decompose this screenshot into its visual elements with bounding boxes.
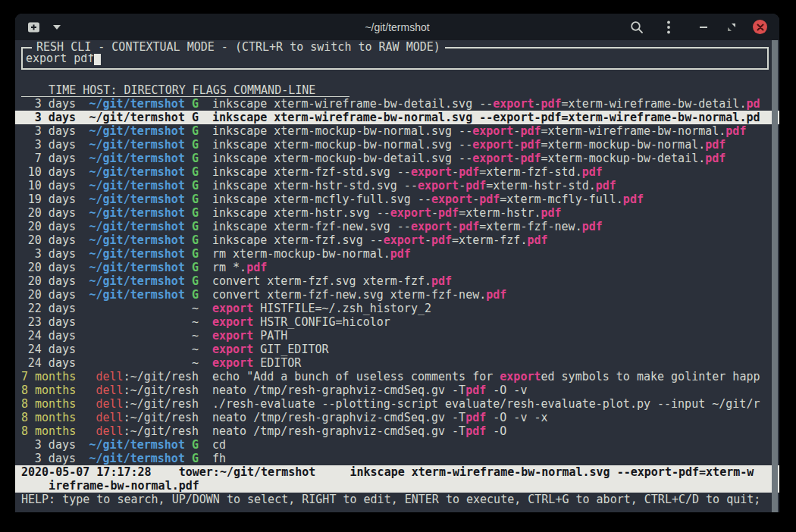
history-row-selected[interactable]: 3 days~/git/termshot Ginkscape xterm-wir… bbox=[15, 111, 779, 124]
titlebar: ~/git/termshot bbox=[15, 14, 779, 40]
row-host-directory: dell:~/git/resh bbox=[83, 397, 199, 411]
row-command: inkscape xterm-hstr.svg --export-pdf=xte… bbox=[212, 206, 770, 220]
history-row[interactable]: 10 days~/git/termshot Ginkscape xterm-fz… bbox=[15, 165, 779, 179]
terminal-content: RESH CLI - CONTEXTUAL MODE - (CTRL+R to … bbox=[15, 40, 779, 512]
row-time: 3 days bbox=[21, 124, 76, 138]
row-time: 8 months bbox=[21, 383, 76, 397]
row-command: inkscape xterm-mockup-bw-detail.svg --ex… bbox=[212, 152, 770, 165]
history-row[interactable]: 3 days~/git/termshot Gfh bbox=[15, 452, 779, 465]
command-match-highlight: pdf bbox=[438, 206, 459, 220]
history-row[interactable]: 10 days~/git/termshot Ginkscape xterm-hs… bbox=[15, 179, 779, 192]
history-row[interactable]: 20 days~/git/termshot Ginkscape xterm-fz… bbox=[15, 233, 779, 247]
row-command: export HSTR_CONFIG=hicolor bbox=[212, 315, 770, 329]
history-row[interactable]: 20 days~/git/termshot Gconvert xterm-fzf… bbox=[15, 274, 779, 288]
history-row[interactable]: 7 monthsdell:~/git/reshecho "Add a bunch… bbox=[15, 370, 779, 383]
command-text: -O bbox=[486, 424, 506, 438]
history-row[interactable]: 24 days~export GIT_EDITOR bbox=[15, 343, 779, 356]
command-match-highlight: export bbox=[431, 192, 472, 206]
row-time: 3 days bbox=[21, 111, 76, 124]
history-row[interactable]: 8 monthsdell:~/git/reshneato /tmp/resh-g… bbox=[15, 411, 779, 424]
git-flag: G bbox=[192, 97, 199, 111]
maximize-button[interactable] bbox=[725, 20, 738, 35]
row-time: 24 days bbox=[21, 329, 76, 343]
row-host: dell bbox=[96, 424, 124, 438]
history-row[interactable]: 20 days~/git/termshot Gconvert xterm-fzf… bbox=[15, 288, 779, 302]
row-time: 3 days bbox=[21, 452, 76, 465]
row-host-directory: ~ bbox=[83, 329, 199, 343]
command-text: inkscape xterm-mockup-bw-normal.svg -- bbox=[212, 124, 472, 138]
command-text: inkscape xterm-mockup-bw-normal.svg -- bbox=[212, 138, 472, 152]
row-directory: ~/git/termshot bbox=[89, 192, 185, 206]
row-host-directory: ~/git/termshot G bbox=[83, 288, 199, 302]
row-command: export HISTFILE=~/.zsh_history_2 bbox=[212, 302, 770, 315]
command-text: -O -v -x bbox=[486, 411, 547, 424]
command-text: -O -v bbox=[486, 383, 527, 397]
history-row[interactable]: 24 days~export PATH bbox=[15, 329, 779, 343]
row-command: export PATH bbox=[212, 329, 770, 343]
history-row[interactable]: 3 days~/git/termshot Ginkscape xterm-wir… bbox=[15, 97, 779, 111]
command-match-highlight: pdf bbox=[541, 206, 562, 220]
command-match-highlight: pdf bbox=[705, 138, 725, 152]
row-command: neato /tmp/resh-graphviz-cmdSeq.gv -Tpdf… bbox=[212, 411, 770, 424]
history-row[interactable]: 20 days~/git/termshot Ginkscape xterm-fz… bbox=[15, 220, 779, 233]
row-time: 10 days bbox=[21, 179, 76, 192]
command-match-highlight: pdf bbox=[520, 138, 541, 152]
row-host-directory: dell:~/git/resh bbox=[83, 383, 199, 397]
row-host: dell bbox=[96, 383, 124, 397]
row-command: export GIT_EDITOR bbox=[212, 343, 770, 356]
screenshot-root: ~/git/termshot bbox=[0, 0, 796, 532]
history-rows: 3 days~/git/termshot Ginkscape xterm-wir… bbox=[15, 97, 779, 465]
command-match-highlight: export bbox=[418, 179, 459, 192]
command-text: inkscape xterm-mcfly-full.svg -- bbox=[212, 192, 431, 206]
history-row[interactable]: 8 monthsdell:~/git/resh./resh-evaluate -… bbox=[15, 397, 779, 411]
command-text: EDITOR bbox=[253, 356, 301, 370]
history-row[interactable]: 3 days~/git/termshot Ginkscape xterm-moc… bbox=[15, 138, 779, 152]
history-row[interactable]: 19 days~/git/termshot Ginkscape xterm-mc… bbox=[15, 192, 779, 206]
row-time: 3 days bbox=[21, 438, 76, 452]
command-text: HISTFILE=~/.zsh_history_2 bbox=[253, 302, 431, 315]
row-host-directory: ~/git/termshot G bbox=[83, 247, 199, 261]
row-time: 20 days bbox=[21, 261, 76, 274]
row-directory: ~/git/termshot bbox=[89, 124, 185, 138]
close-button[interactable] bbox=[753, 20, 767, 34]
command-text: neato /tmp/resh-graphviz-cmdSeq.gv -T bbox=[212, 424, 465, 438]
row-host-directory: ~/git/termshot G bbox=[83, 138, 199, 152]
command-match-highlight: pd bbox=[746, 97, 760, 111]
menu-button[interactable] bbox=[662, 20, 675, 35]
command-text: - bbox=[452, 220, 459, 233]
history-row[interactable]: 20 days~/git/termshot Ginkscape xterm-hs… bbox=[15, 206, 779, 220]
row-command: inkscape xterm-mockup-bw-normal.svg --ex… bbox=[212, 138, 770, 152]
row-host-directory: ~/git/termshot G bbox=[83, 179, 199, 192]
row-time: 22 days bbox=[21, 302, 76, 315]
git-flag: G bbox=[192, 165, 199, 179]
row-time: 23 days bbox=[21, 315, 76, 329]
row-command: convert xterm-fzf.svg xterm-fzf.pdf bbox=[212, 274, 770, 288]
new-tab-button[interactable] bbox=[27, 20, 41, 35]
history-row[interactable]: 8 monthsdell:~/git/reshneato /tmp/resh-g… bbox=[15, 424, 779, 438]
row-host-directory: ~/git/termshot G bbox=[83, 438, 199, 452]
command-match-highlight: export bbox=[212, 302, 253, 315]
row-directory: ~/git/termshot bbox=[89, 206, 185, 220]
history-row[interactable]: 20 days~/git/termshot Grm *.pdf bbox=[15, 261, 779, 274]
command-text: echo "Add a bunch of useless comments fo… bbox=[212, 370, 500, 383]
command-match-highlight: pdf bbox=[520, 152, 541, 165]
git-flag: G bbox=[192, 247, 199, 261]
history-row[interactable]: 23 days~export HSTR_CONFIG=hicolor bbox=[15, 315, 779, 329]
command-match-highlight: pdf bbox=[623, 192, 644, 206]
history-row[interactable]: 24 days~export EDITOR bbox=[15, 356, 779, 370]
row-host-directory: ~/git/termshot G bbox=[83, 111, 199, 124]
minimize-button[interactable] bbox=[697, 20, 710, 35]
git-flag: G bbox=[192, 274, 199, 288]
scrollbar[interactable] bbox=[772, 40, 778, 512]
history-row[interactable]: 22 days~export HISTFILE=~/.zsh_history_2 bbox=[15, 302, 779, 315]
history-row[interactable]: 3 days~/git/termshot Grm xterm-mockup-bw… bbox=[15, 247, 779, 261]
search-button[interactable] bbox=[630, 20, 644, 35]
history-row[interactable]: 8 monthsdell:~/git/reshneato /tmp/resh-g… bbox=[15, 383, 779, 397]
status-line-1: 2020-05-07 17:17:28 tower:~/git/termshot… bbox=[15, 465, 779, 479]
history-row[interactable]: 3 days~/git/termshot Ginkscape xterm-moc… bbox=[15, 124, 779, 138]
command-match-highlight: pdf bbox=[705, 152, 725, 165]
tab-switcher-button[interactable] bbox=[50, 20, 64, 35]
history-row[interactable]: 7 days~/git/termshot Ginkscape xterm-moc… bbox=[15, 152, 779, 165]
history-row[interactable]: 3 days~/git/termshot Gcd bbox=[15, 438, 779, 452]
command-match-highlight: export bbox=[500, 370, 541, 383]
